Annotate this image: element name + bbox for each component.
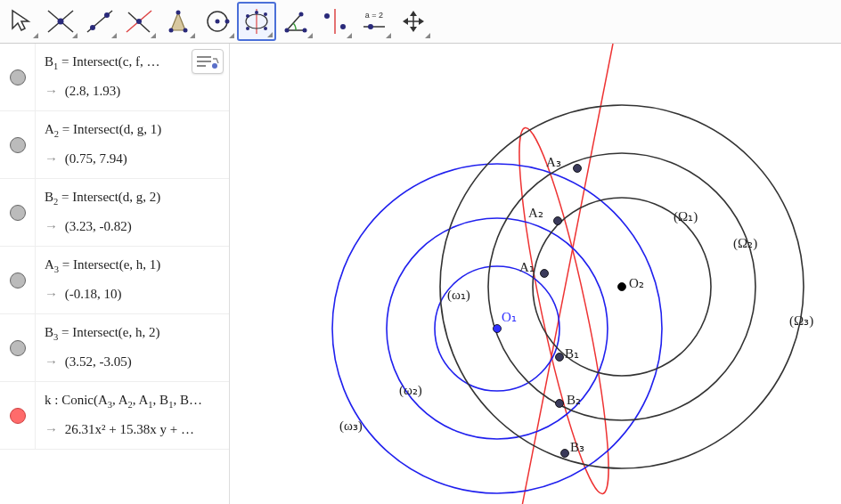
point-label: O₁ xyxy=(502,309,517,325)
svg-point-36 xyxy=(212,63,217,69)
svg-point-8 xyxy=(136,19,142,24)
svg-point-17 xyxy=(246,14,249,18)
visibility-toggle[interactable] xyxy=(0,111,36,178)
perpendicular-tool[interactable] xyxy=(119,2,159,41)
svg-point-10 xyxy=(184,28,188,33)
svg-point-19 xyxy=(246,27,249,30)
point-label: (ω₃) xyxy=(339,418,363,434)
algebra-item-body: B3 = Intersect(e, h, 2)→ (3.52, -3.05) xyxy=(36,314,229,380)
point-label: (ω₂) xyxy=(399,382,422,398)
svg-point-26 xyxy=(324,13,330,19)
main-area: B1 = Intersect(c, f, …→ (2.8, 1.93)A2 = … xyxy=(0,44,841,504)
svg-point-24 xyxy=(299,12,304,17)
polygon-tool[interactable] xyxy=(159,2,198,41)
algebra-item-k[interactable]: k : Conic(A3, A2, A1, B1, B…→ 26.31x² + … xyxy=(0,382,229,450)
svg-point-27 xyxy=(340,24,346,29)
svg-point-21 xyxy=(255,11,258,14)
keyboard-toggle-icon[interactable] xyxy=(192,49,224,74)
svg-point-49 xyxy=(618,283,626,291)
svg-point-45 xyxy=(574,165,582,173)
point-label: B₃ xyxy=(570,439,584,455)
reflect-tool[interactable] xyxy=(315,2,355,41)
svg-point-4 xyxy=(90,25,95,30)
svg-point-9 xyxy=(169,28,174,33)
point-label: (Ω₃) xyxy=(789,313,813,329)
algebra-item-body: k : Conic(A3, A2, A1, B1, B…→ 26.31x² + … xyxy=(36,382,229,448)
visibility-toggle[interactable] xyxy=(0,179,36,246)
conic-tool[interactable] xyxy=(237,2,276,41)
visibility-toggle[interactable] xyxy=(0,44,36,110)
algebra-view[interactable]: B1 = Intersect(c, f, …→ (2.8, 1.93)A2 = … xyxy=(0,44,230,504)
svg-point-14 xyxy=(225,20,230,24)
svg-point-22 xyxy=(285,28,290,33)
visibility-toggle[interactable] xyxy=(0,382,36,449)
svg-point-50 xyxy=(556,354,564,362)
svg-point-51 xyxy=(556,400,564,408)
algebra-item-B3[interactable]: B3 = Intersect(e, h, 2)→ (3.52, -3.05) xyxy=(0,314,229,382)
svg-point-52 xyxy=(561,450,569,458)
svg-point-23 xyxy=(303,28,307,33)
svg-point-13 xyxy=(216,20,220,24)
visibility-toggle[interactable] xyxy=(0,247,36,313)
algebra-item-A2[interactable]: A2 = Intersect(d, g, 1)→ (0.75, 7.94) xyxy=(0,111,229,179)
point-label: B₂ xyxy=(567,392,581,408)
line-tool[interactable] xyxy=(80,2,119,41)
algebra-item-A3[interactable]: A3 = Intersect(e, h, 1)→ (-0.18, 10) xyxy=(0,247,229,314)
svg-point-5 xyxy=(104,12,110,18)
point-label: (Ω₁) xyxy=(674,208,698,224)
algebra-item-B2[interactable]: B2 = Intersect(d, g, 2)→ (3.23, -0.82) xyxy=(0,179,229,247)
point-label: A₁ xyxy=(519,259,535,275)
svg-point-2 xyxy=(58,19,64,25)
svg-point-47 xyxy=(541,270,549,278)
circle-tool[interactable] xyxy=(198,2,237,41)
slider-tool[interactable]: a = 2 xyxy=(355,2,394,41)
angle-tool[interactable] xyxy=(276,2,315,41)
point-label: (Ω₂) xyxy=(733,235,757,251)
point-label: (ω₁) xyxy=(447,287,470,303)
algebra-item-body: A2 = Intersect(d, g, 1)→ (0.75, 7.94) xyxy=(36,111,229,177)
svg-point-18 xyxy=(264,12,267,16)
move-tool[interactable] xyxy=(2,2,41,41)
point-tool[interactable] xyxy=(41,2,80,41)
algebra-item-body: A3 = Intersect(e, h, 1)→ (-0.18, 10) xyxy=(36,247,229,313)
point-label: B₁ xyxy=(565,345,579,362)
svg-point-30 xyxy=(368,24,373,29)
toolbar: a = 2 xyxy=(0,0,841,44)
point-label: A₂ xyxy=(528,205,543,221)
svg-point-11 xyxy=(176,11,181,15)
svg-point-46 xyxy=(554,217,562,225)
svg-point-20 xyxy=(264,27,267,30)
algebra-item-body: B2 = Intersect(d, g, 2)→ (3.23, -0.82) xyxy=(36,179,229,245)
svg-text:a = 2: a = 2 xyxy=(365,11,383,20)
visibility-toggle[interactable] xyxy=(0,314,36,381)
move-view-tool[interactable] xyxy=(394,2,433,41)
svg-point-48 xyxy=(494,325,502,333)
point-label: O₂ xyxy=(629,275,644,291)
point-label: A₃ xyxy=(546,154,561,170)
graphics-view[interactable]: (ω₁)(ω₂)(ω₃)(Ω₁)(Ω₂)(Ω₃)A₃A₂A₁O₁O₂B₁B₂B₃ xyxy=(230,44,841,504)
